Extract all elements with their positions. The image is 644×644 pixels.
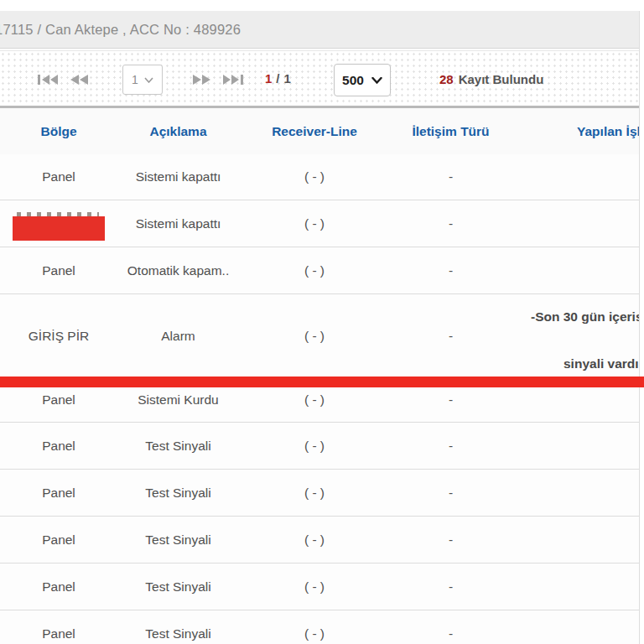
- table-row[interactable]: Panel Test Sinyali ( - ) -: [0, 423, 644, 470]
- chevron-down-icon: [371, 77, 382, 84]
- column-header-aciklama[interactable]: Açıklama: [117, 108, 239, 154]
- cell-receiver-line: ( - ): [239, 154, 390, 200]
- previous-page-icon[interactable]: [69, 74, 89, 86]
- page-number-value: 1: [132, 73, 138, 86]
- table-row[interactable]: Panel Test Sinyali ( - ) -: [0, 610, 644, 644]
- table-row[interactable]: Panel Test Sinyali ( - ) -: [0, 564, 644, 610]
- account-title: 17115 / Can Aktepe , ACC No : 489926: [0, 11, 241, 48]
- table-row-alarm[interactable]: GİRİŞ PİR Alarm ( - ) - -Son 30 gün içer…: [0, 294, 644, 378]
- redaction-bar: [0, 377, 644, 387]
- first-page-icon[interactable]: [37, 74, 59, 86]
- cell-iletisim-turu: -: [390, 200, 512, 247]
- page-number-select[interactable]: 1: [122, 65, 163, 95]
- cell-aciklama: Test Sinyali: [117, 564, 239, 610]
- cell-receiver-line: ( - ): [239, 470, 390, 516]
- cell-iletisim-turu: -: [390, 517, 512, 563]
- record-count-label: Kayıt Bulundu: [459, 72, 544, 86]
- chevron-down-icon: [144, 77, 153, 83]
- table-row[interactable]: Panel Sistemi kapattı ( - ) -: [0, 154, 644, 200]
- cell-iletisim-turu: -: [390, 564, 512, 610]
- last-page-icon[interactable]: [222, 74, 244, 86]
- page-size-value: 500: [342, 73, 364, 88]
- cell-receiver-line: ( - ): [239, 610, 390, 644]
- table-body: Panel Sistemi kapattı ( - ) - Sistemi ka…: [0, 154, 644, 644]
- cell-iletisim-turu: -: [390, 294, 512, 378]
- cell-aciklama: Alarm: [117, 294, 239, 378]
- table-row[interactable]: Panel Test Sinyali ( - ) -: [0, 517, 644, 564]
- cell-iletisim-turu: -: [390, 470, 512, 516]
- cell-receiver-line: ( - ): [239, 200, 390, 247]
- page-separator: /: [276, 71, 279, 86]
- current-page: 1: [265, 71, 272, 86]
- cell-bolge: Panel: [0, 610, 117, 644]
- page-size-select[interactable]: 500: [334, 64, 391, 96]
- cell-bolge: Panel: [0, 564, 117, 610]
- table-row[interactable]: Panel Otomatik kapam.. ( - ) -: [0, 247, 644, 294]
- alarm-note-line1: -Son 30 gün içeris: [531, 309, 643, 325]
- cell-iletisim-turu: -: [390, 247, 512, 293]
- cell-aciklama: Test Sinyali: [117, 610, 239, 644]
- next-page-icon[interactable]: [192, 74, 212, 86]
- cell-aciklama: Test Sinyali: [117, 517, 239, 563]
- total-pages: 1: [284, 71, 291, 86]
- cell-bolge: Panel: [0, 423, 117, 469]
- table-row[interactable]: Panel Test Sinyali ( - ) -: [0, 470, 644, 517]
- pagination-toolbar: 1 1 / 1 500 28Kayıt: [0, 50, 644, 106]
- cell-aciklama: Sistemi kapattı: [117, 200, 239, 247]
- column-header-yapilan-islem[interactable]: Yapılan İşle: [577, 108, 644, 154]
- cell-iletisim-turu: -: [390, 610, 512, 644]
- cell-receiver-line: ( - ): [239, 294, 390, 378]
- cell-receiver-line: ( - ): [239, 564, 390, 610]
- cell-receiver-line: ( - ): [239, 247, 390, 293]
- column-header-iletisim-turu[interactable]: İletişim Türü: [390, 108, 512, 154]
- record-count-number: 28: [439, 72, 454, 86]
- cell-receiver-line: ( - ): [239, 517, 390, 563]
- table-row[interactable]: Sistemi kapattı ( - ) -: [0, 200, 644, 247]
- redaction-box: [13, 216, 105, 241]
- cell-aciklama: Test Sinyali: [117, 470, 239, 516]
- alarm-note-line2: sinyali vardı: [564, 356, 639, 371]
- cell-receiver-line: ( - ): [239, 423, 390, 469]
- column-header-receiver-line[interactable]: Receiver-Line: [239, 108, 390, 154]
- cell-bolge: GİRİŞ PİR: [0, 294, 117, 378]
- cell-iletisim-turu: -: [390, 154, 512, 200]
- cell-bolge: Panel: [0, 154, 117, 200]
- account-title-bar: 17115 / Can Aktepe , ACC No : 489926: [0, 11, 644, 49]
- right-edge-strip: [639, 11, 644, 644]
- alarm-log-window: 17115 / Can Aktepe , ACC No : 489926 1: [0, 0, 644, 644]
- table-header-row: Bölge Açıklama Receiver-Line İletişim Tü…: [0, 108, 644, 155]
- page-indicator: 1 / 1: [265, 71, 291, 86]
- record-count: 28Kayıt Bulundu: [439, 72, 543, 86]
- column-header-bolge[interactable]: Bölge: [0, 108, 117, 154]
- cell-aciklama: Test Sinyali: [117, 423, 239, 469]
- cell-bolge: Panel: [0, 247, 117, 293]
- cell-aciklama: Otomatik kapam..: [117, 247, 239, 293]
- cell-bolge: Panel: [0, 517, 117, 563]
- cell-iletisim-turu: -: [390, 423, 512, 469]
- cell-bolge: Panel: [0, 470, 117, 516]
- cell-aciklama: Sistemi kapattı: [117, 154, 239, 200]
